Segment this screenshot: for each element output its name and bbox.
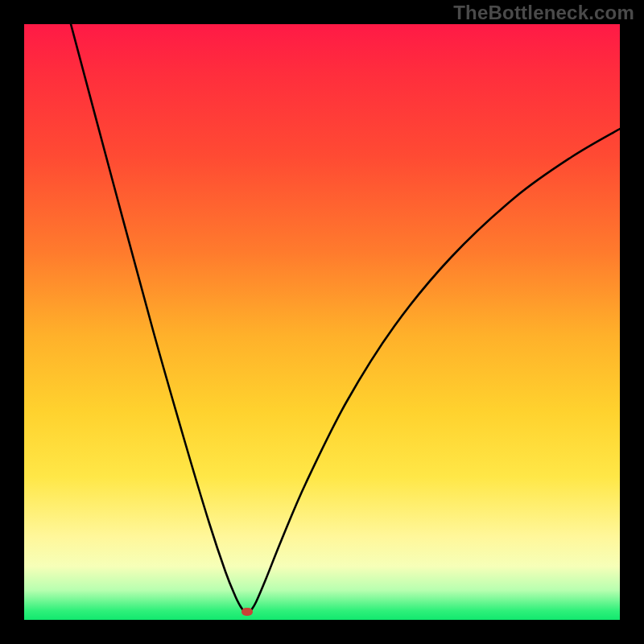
curve-svg bbox=[24, 24, 620, 620]
minimum-marker bbox=[242, 608, 253, 616]
watermark-text: TheBottleneck.com bbox=[453, 2, 634, 24]
chart-frame: TheBottleneck.com bbox=[0, 0, 644, 644]
curve-path bbox=[71, 24, 620, 610]
plot-area bbox=[24, 24, 620, 620]
